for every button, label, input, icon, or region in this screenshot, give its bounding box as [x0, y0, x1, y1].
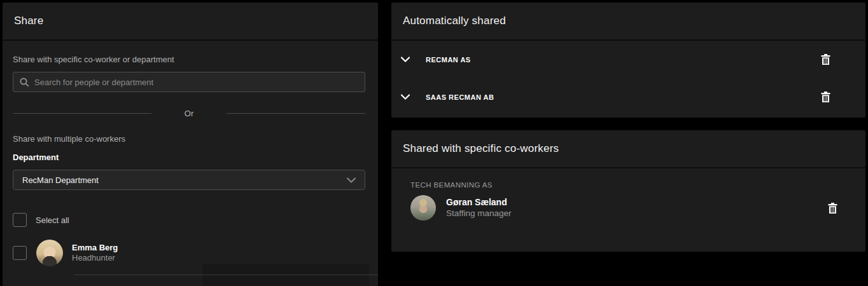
- search-input[interactable]: [34, 78, 358, 87]
- or-divider: Or: [13, 109, 365, 118]
- select-all-checkbox[interactable]: [13, 213, 27, 227]
- coworker-role: Headhunter: [72, 253, 118, 263]
- page-title: Share: [14, 15, 43, 27]
- avatar: [36, 240, 63, 266]
- chevron-down-icon[interactable]: [401, 94, 410, 100]
- company-label: TECH BEMANNING AS: [410, 181, 865, 189]
- auto-shared-group-row[interactable]: RECMAN AS: [391, 41, 865, 78]
- department-label: Department: [13, 153, 365, 162]
- auto-shared-header: Automatically shared: [391, 3, 865, 41]
- coworker-checkbox[interactable]: [13, 246, 27, 260]
- or-label: Or: [151, 109, 227, 118]
- chevron-down-icon[interactable]: [401, 57, 410, 62]
- divider-line: [13, 113, 151, 114]
- select-all-row: Select all: [13, 213, 365, 227]
- delete-person-button[interactable]: [827, 201, 839, 215]
- trash-icon: [821, 54, 830, 65]
- chevron-down-icon: [347, 177, 356, 183]
- multiple-share-label: Share with multiple co-workers: [13, 134, 365, 144]
- group-name: RECMAN AS: [426, 56, 471, 64]
- share-panel-content: Share with specific co-worker or departm…: [3, 55, 378, 275]
- department-select[interactable]: RecMan Department: [13, 170, 365, 190]
- delete-group-button[interactable]: [820, 53, 832, 66]
- auto-shared-group-row[interactable]: SAAS RECMAN AB: [391, 78, 865, 116]
- specific-shared-header: Shared with specific co-workers: [391, 130, 865, 168]
- specific-shared-panel: Shared with specific co-workers TECH BEM…: [391, 130, 865, 252]
- group-name: SAAS RECMAN AB: [426, 93, 494, 101]
- divider-line: [227, 113, 365, 114]
- coworker-name: Emma Berg: [72, 243, 118, 253]
- shared-person-meta: Gøran Sæland Staffing manager: [446, 196, 512, 219]
- trash-icon: [828, 203, 837, 214]
- coworker-row[interactable]: Emma Berg Headhunter: [13, 240, 365, 275]
- coworker-meta: Emma Berg Headhunter: [72, 243, 118, 263]
- auto-shared-title: Automatically shared: [403, 15, 506, 27]
- trash-icon: [821, 92, 830, 102]
- shared-person-row: Gøran Sæland Staffing manager: [410, 195, 839, 221]
- shared-person-role: Staffing manager: [446, 208, 512, 219]
- avatar: [410, 195, 436, 221]
- auto-shared-panel: Automatically shared RECMAN AS: [391, 3, 865, 118]
- department-select-value: RecMan Department: [22, 175, 99, 185]
- delete-group-button[interactable]: [820, 90, 832, 104]
- share-panel: Share Share with specific co-worker or d…: [3, 3, 378, 286]
- shared-person-name: Gøran Sæland: [446, 196, 512, 208]
- search-box: [13, 72, 365, 92]
- specific-share-label: Share with specific co-worker or departm…: [13, 55, 365, 64]
- share-panel-header: Share: [3, 3, 378, 41]
- share-dialog: Share Share with specific co-worker or d…: [0, 0, 868, 286]
- search-icon: [20, 78, 29, 87]
- select-all-label: Select all: [36, 215, 69, 225]
- specific-shared-title: Shared with specific co-workers: [403, 142, 559, 155]
